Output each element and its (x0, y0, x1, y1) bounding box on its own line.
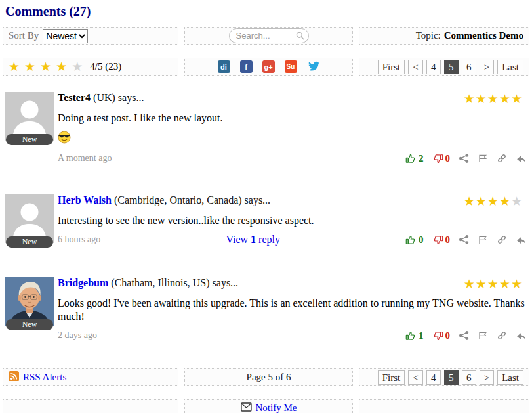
thumbs-down-button[interactable]: 0 (432, 330, 451, 341)
like-count: 2 (419, 153, 424, 164)
notify-bar: Notify Me (3, 399, 529, 413)
new-badge: New (6, 319, 53, 330)
permalink-icon[interactable] (497, 330, 507, 341)
comment-row: New Tester4 (UK) says... Doing a test po… (5, 91, 527, 165)
flag-icon[interactable] (478, 153, 488, 163)
cool-smiley-icon (58, 131, 527, 144)
sort-select[interactable]: Newest (43, 29, 88, 43)
page-status-cell: Page 5 of 6 (184, 368, 353, 386)
comment-star-rating: ★★★★★ (464, 276, 523, 292)
new-badge: New (6, 134, 53, 145)
star-icon: ★ (464, 92, 476, 106)
twitter-icon[interactable] (307, 61, 320, 72)
rating-summary: ★★★★★ 4/5 (23) (3, 58, 178, 76)
flag-icon[interactable] (478, 330, 488, 341)
rss-alerts-link[interactable]: RSS Alerts (23, 372, 66, 383)
page-last-button[interactable]: Last (497, 60, 523, 74)
search-wrap (229, 28, 309, 43)
notify-empty-left (3, 399, 178, 413)
comment-author-link[interactable]: Bridgebum (58, 277, 108, 288)
page-prev-button[interactable]: < (408, 370, 422, 385)
page-first-button[interactable]: First (378, 370, 405, 385)
comment-time: 6 hours ago (58, 234, 100, 245)
comment-header: Herb Walsh (Cambridge, Ontario, Canada) … (58, 194, 527, 207)
sort-cell: Sort By Newest (3, 27, 178, 45)
permalink-icon[interactable] (497, 153, 507, 163)
star-icon: ★ (56, 60, 67, 74)
share-icon[interactable] (459, 153, 469, 163)
pagination-bottom: First < 4 5 6 > Last (378, 370, 523, 385)
star-icon: ★ (499, 92, 511, 106)
star-icon: ★ (464, 277, 476, 291)
notify-wrap: Notify Me (241, 402, 297, 413)
google-plus-icon[interactable]: g+ (262, 60, 275, 73)
star-icon: ★ (24, 60, 35, 74)
star-icon: ★ (511, 277, 523, 291)
page-4-button[interactable]: 4 (426, 60, 441, 74)
page-6-button[interactable]: 6 (462, 60, 476, 74)
share-icon[interactable] (459, 330, 469, 341)
pagination-top: First < 4 5 6 > Last (378, 60, 523, 74)
comment-actions: 1 0 (405, 330, 527, 341)
digg-icon[interactable]: di (218, 60, 230, 73)
view-reply-link[interactable]: View 1 reply (226, 234, 280, 245)
share-icon[interactable] (459, 234, 469, 245)
new-badge: New (6, 236, 53, 248)
comment-author-link[interactable]: Herb Walsh (58, 194, 112, 206)
star-icon: ★ (476, 92, 487, 106)
comment-time: A moment ago (58, 153, 112, 163)
topic-value: Commentics Demo (444, 30, 523, 41)
rss-cell: RSS Alerts (3, 368, 178, 386)
star-icon: ★ (464, 194, 476, 208)
page-5-button-active[interactable]: 5 (444, 60, 459, 74)
comment-footer-center: View 1 reply (100, 234, 405, 246)
star-icon: ★ (476, 277, 487, 291)
comment-header: Bridgebum (Chatham, Illinois, US) says..… (58, 276, 527, 290)
dislike-count: 0 (445, 234, 451, 246)
dislike-count: 0 (445, 330, 451, 341)
flag-icon[interactable] (478, 234, 488, 245)
rss-icon (9, 371, 19, 384)
comment-star-rating: ★★★★★ (464, 91, 523, 106)
rating-text: 4/5 (23) (90, 61, 121, 72)
reply-icon[interactable] (516, 330, 527, 341)
page-next-button[interactable]: > (480, 370, 494, 385)
comment-actions: 2 0 (405, 153, 527, 164)
facebook-icon[interactable]: f (240, 60, 253, 73)
star-icon: ★ (9, 60, 20, 74)
page-last-button[interactable]: Last (497, 370, 523, 385)
page-5-button-active[interactable]: 5 (444, 370, 459, 385)
topic-label: Topic: (416, 30, 441, 41)
thumbs-down-button[interactable]: 0 (432, 234, 451, 246)
stumbleupon-icon[interactable]: Su (285, 60, 297, 73)
toolbar: Sort By Newest Topic: Commentics Demo (3, 27, 529, 45)
thumbs-up-button[interactable]: 1 (405, 330, 424, 341)
dislike-count: 0 (445, 153, 451, 164)
permalink-icon[interactable] (497, 234, 507, 245)
comment-row: New Herb Walsh (Cambridge, Ontario, Cana… (5, 194, 527, 250)
comment-body: Doing a test post. I like the new layout… (58, 112, 527, 125)
comment-footer: 6 hours ago View 1 reply 0 0 (58, 233, 527, 246)
page-4-button[interactable]: 4 (426, 370, 441, 385)
page-next-button[interactable]: > (480, 60, 494, 74)
comment-body: Looks good! I've been awaiting this upgr… (58, 297, 527, 323)
thumbs-down-button[interactable]: 0 (432, 153, 451, 164)
page-6-button[interactable]: 6 (462, 370, 476, 385)
topic-cell: Topic: Commentics Demo (359, 27, 529, 45)
star-icon: ★ (487, 277, 499, 291)
reply-icon[interactable] (516, 153, 527, 164)
social-row: di f g+ Su (218, 60, 320, 73)
star-icon: ★ (476, 194, 487, 208)
star-icon: ★ (511, 92, 523, 106)
notify-me-link[interactable]: Notify Me (256, 402, 297, 413)
comment-star-rating: ★★★★★ (464, 194, 523, 209)
page-prev-button[interactable]: < (408, 60, 422, 74)
page-first-button[interactable]: First (378, 60, 405, 74)
pagination-bottom-cell: First < 4 5 6 > Last (359, 368, 529, 386)
thumbs-up-button[interactable]: 2 (405, 153, 424, 164)
thumbs-up-button[interactable]: 0 (405, 234, 424, 246)
like-count: 0 (419, 234, 424, 246)
star-icon: ★ (72, 60, 83, 74)
notify-cell: Notify Me (184, 399, 353, 413)
reply-icon[interactable] (516, 234, 527, 246)
